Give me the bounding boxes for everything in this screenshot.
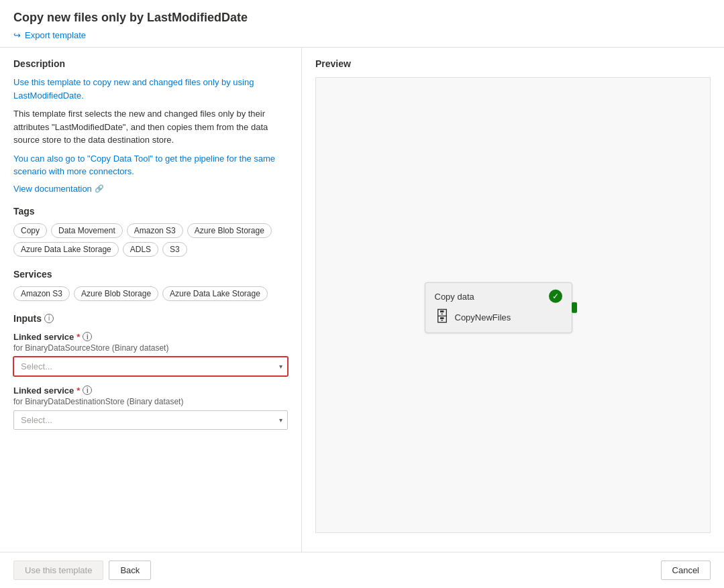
cancel-button[interactable]: Cancel	[661, 561, 711, 580]
required-star-1: *	[76, 332, 80, 342]
linked-service-1-sublabel: for BinaryDataSourceStore (Binary datase…	[13, 343, 288, 353]
description-para2: This template first selects the new and …	[13, 107, 288, 147]
view-documentation-link[interactable]: View documentation 🔗	[13, 184, 288, 194]
tag-copy: Copy	[13, 223, 47, 238]
linked-service-2-select[interactable]: Select...	[13, 410, 288, 430]
linked-service-2-select-wrapper: Select... ▾	[13, 410, 288, 430]
tag-azure-blob-storage: Azure Blob Storage	[187, 223, 272, 238]
export-icon: ↪	[13, 30, 21, 40]
description-para1-text: Use this template to copy new and change…	[13, 77, 254, 101]
node-connector	[572, 302, 577, 313]
back-button[interactable]: Back	[109, 561, 151, 580]
linked-service-2-group: Linked service * i for BinaryDataDestina…	[13, 386, 288, 430]
inputs-info-icon[interactable]: i	[44, 314, 54, 323]
services-container: Amazon S3 Azure Blob Storage Azure Data …	[13, 286, 288, 301]
linked-service-2-sublabel: for BinaryDataDestinationStore (Binary d…	[13, 397, 288, 406]
description-section: Description Use this template to copy ne…	[13, 58, 288, 194]
node-check-icon: ✓	[549, 290, 562, 303]
tag-azure-data-lake-storage: Azure Data Lake Storage	[13, 242, 119, 257]
copy-data-icon: 🗄	[435, 308, 450, 326]
export-template-link[interactable]: ↪ Export template	[13, 30, 711, 40]
linked-service-1-select-wrapper: Select... ▾	[13, 357, 288, 376]
node-header: Copy data ✓	[435, 290, 562, 303]
service-amazon-s3: Amazon S3	[13, 286, 70, 301]
left-panel: Description Use this template to copy ne…	[0, 48, 302, 552]
preview-title: Preview	[315, 58, 711, 69]
service-azure-blob-storage: Azure Blob Storage	[74, 286, 158, 301]
linked-service-1-label: Linked service * i	[13, 332, 288, 342]
linked-service-1-select[interactable]: Select...	[13, 357, 288, 376]
services-title: Services	[13, 269, 288, 280]
description-para1: Use this template to copy new and change…	[13, 76, 288, 102]
preview-canvas: Copy data ✓ 🗄 CopyNewFiles	[315, 77, 711, 533]
node-type-label: Copy data	[435, 291, 474, 301]
main-content: Description Use this template to copy ne…	[0, 48, 724, 552]
inputs-title: Inputs	[13, 313, 42, 324]
right-panel: Preview Copy data ✓ 🗄 CopyNewFiles	[302, 48, 724, 552]
inputs-section: Inputs i Linked service * i for BinaryDa…	[13, 313, 288, 430]
page-title: Copy new files only by LastModifiedDate	[13, 11, 711, 25]
tags-title: Tags	[13, 206, 288, 217]
footer-left: Use this template Back	[13, 561, 151, 580]
node-body: 🗄 CopyNewFiles	[435, 308, 562, 326]
required-star-2: *	[76, 386, 80, 396]
tags-section: Tags Copy Data Movement Amazon S3 Azure …	[13, 206, 288, 257]
service-azure-data-lake-storage: Azure Data Lake Storage	[162, 286, 268, 301]
services-section: Services Amazon S3 Azure Blob Storage Az…	[13, 269, 288, 301]
footer: Use this template Back Cancel	[0, 552, 724, 588]
tag-amazon-s3: Amazon S3	[127, 223, 183, 238]
linked-service-1-info-icon[interactable]: i	[83, 332, 92, 341]
use-template-button[interactable]: Use this template	[13, 561, 103, 580]
linked-service-2-info-icon[interactable]: i	[83, 386, 92, 395]
tags-container: Copy Data Movement Amazon S3 Azure Blob …	[13, 223, 288, 257]
page-header: Copy new files only by LastModifiedDate …	[0, 0, 724, 48]
description-title: Description	[13, 58, 288, 69]
pipeline-node: Copy data ✓ 🗄 CopyNewFiles	[425, 282, 572, 333]
tag-data-movement: Data Movement	[51, 223, 123, 238]
tag-adls: ADLS	[123, 242, 158, 257]
inputs-header: Inputs i	[13, 313, 288, 324]
linked-service-1-group: Linked service * i for BinaryDataSourceS…	[13, 332, 288, 376]
tag-s3: S3	[162, 242, 187, 257]
description-para3: You can also go to "Copy Data Tool" to g…	[13, 152, 288, 178]
node-name: CopyNewFiles	[455, 312, 511, 322]
external-link-icon: 🔗	[95, 184, 104, 193]
linked-service-2-label: Linked service * i	[13, 386, 288, 396]
